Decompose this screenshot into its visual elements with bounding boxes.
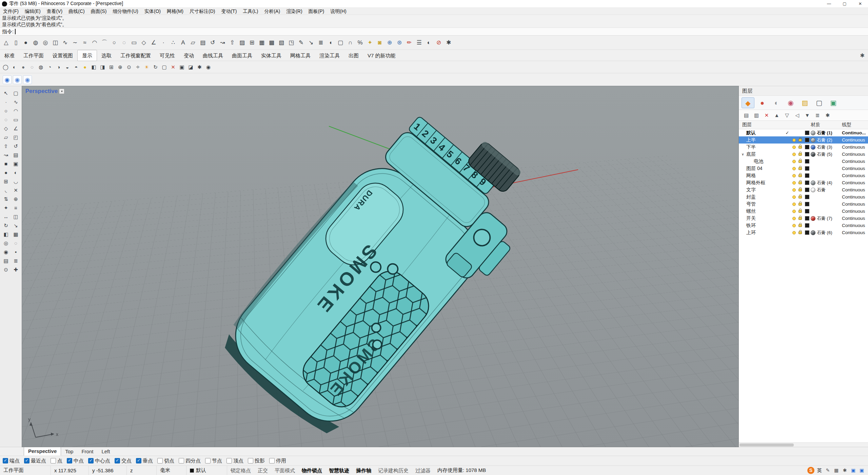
chamfer-tool-icon[interactable]: ◟	[1, 186, 11, 194]
layer-color-swatch[interactable]	[805, 209, 809, 213]
layer-linetype[interactable]: Continuous	[842, 172, 868, 179]
move-down-icon[interactable]: ▽	[782, 111, 792, 120]
layer-linetype[interactable]: Continuous	[842, 165, 868, 172]
toolbar-tab[interactable]: 实体工具	[257, 50, 286, 61]
toolbar-options-gear-icon[interactable]: ✱	[860, 52, 865, 59]
globe-icon[interactable]: ⊕	[385, 38, 394, 48]
osnap-magnet-icon[interactable]: ∩	[346, 38, 355, 48]
layer-material-icon[interactable]	[811, 138, 815, 142]
cplane-button[interactable]: 工作平面	[0, 466, 51, 475]
solid-tool-icon[interactable]: ■	[1, 159, 11, 168]
osnap-checkbox[interactable]	[205, 458, 211, 463]
osnap-item[interactable]: 切点	[157, 458, 174, 464]
osnap-item[interactable]: 端点	[3, 458, 20, 464]
layer-lock-icon[interactable]	[798, 182, 802, 184]
layer-lock-icon[interactable]	[798, 196, 802, 198]
rectangle-icon[interactable]: ▭	[129, 38, 139, 48]
tab-materials-icon[interactable]: ●	[756, 97, 769, 108]
osnap-item[interactable]: 中心点	[88, 458, 110, 464]
web-browser-icon[interactable]: ⊛	[395, 38, 404, 48]
monitor-icon[interactable]: ▣	[178, 63, 186, 72]
sogou-input-icon[interactable]: S	[807, 467, 814, 474]
menu-item[interactable]: 曲面(S)	[88, 8, 110, 15]
notes-icon[interactable]: ≣	[316, 38, 326, 48]
point-icon[interactable]: ∙	[159, 38, 168, 48]
viewport-tab[interactable]: Front	[77, 448, 97, 456]
backface-icon[interactable]: ◨	[98, 63, 107, 72]
layer-visibility-bulb-icon[interactable]	[792, 231, 796, 234]
menu-item[interactable]: 渲染(R)	[283, 8, 305, 15]
status-toggle[interactable]: 物件锁点	[298, 466, 326, 475]
status-toggle[interactable]: 正交	[254, 466, 271, 475]
layer-color-swatch[interactable]	[805, 166, 809, 171]
polygon-icon[interactable]: ◇	[139, 38, 149, 48]
layer-row[interactable]: 电池 Continuous	[739, 158, 868, 165]
layer-visibility-bulb-icon[interactable]	[792, 160, 796, 163]
layer-row[interactable]: 下半 石膏 (3) Continuous	[739, 144, 868, 151]
close-button[interactable]: ✕	[852, 0, 868, 7]
menu-item[interactable]: 尺寸标注(D)	[186, 8, 218, 15]
mesh-table-icon[interactable]: ▦	[257, 38, 267, 48]
layer-color-swatch[interactable]	[805, 159, 809, 164]
layer-current-check[interactable]	[784, 172, 791, 179]
cone-icon[interactable]: △	[1, 38, 11, 48]
layer-lock-icon[interactable]	[798, 203, 802, 206]
tab-display-icon[interactable]: ◐	[770, 97, 783, 108]
filter-icon[interactable]: ▼	[803, 111, 812, 120]
layer-name[interactable]: 网格	[746, 173, 756, 179]
ime-keyboard-icon[interactable]: ▦	[833, 467, 840, 474]
patch-icon[interactable]: ▨	[237, 38, 247, 48]
toolbar-tab[interactable]: 工作平面	[19, 50, 48, 61]
layer-lock-icon[interactable]	[798, 174, 802, 177]
surface-icon[interactable]: ▱	[188, 38, 198, 48]
layer-visibility-bulb-icon[interactable]	[792, 203, 796, 206]
viewport-title[interactable]: Perspective	[25, 88, 58, 95]
screen-capture-icon[interactable]: ▢	[160, 63, 169, 72]
toolbar-tab[interactable]: 设置视图	[48, 50, 77, 61]
layer-linetype[interactable]: Continuous	[842, 193, 868, 201]
toolbar-tab[interactable]: 渲染工具	[315, 50, 344, 61]
osnap-item[interactable]: 交点	[115, 458, 132, 464]
layer-row[interactable]: 上环 石膏 (6) Continuous	[739, 229, 868, 236]
layer-color-swatch[interactable]	[805, 138, 809, 142]
artistic-display-icon[interactable]: ◑	[54, 63, 63, 72]
toolbar-tab[interactable]: 网格工具	[286, 50, 315, 61]
layer-linetype[interactable]: Continuous	[842, 144, 868, 151]
rendered-display-icon[interactable]: ●	[19, 63, 27, 72]
layer-current-check[interactable]	[784, 208, 791, 215]
layer-row[interactable]: 开关 石膏 (7) Continuous	[739, 215, 868, 222]
layer-name[interactable]: 图层 04	[746, 166, 762, 172]
split-tool-icon[interactable]: ⇅	[1, 195, 11, 203]
red-pencil-icon[interactable]: ✏	[405, 38, 414, 48]
viewport-menu-arrow-icon[interactable]: ▾	[59, 89, 64, 94]
layer-lock-icon[interactable]	[798, 217, 802, 220]
layer-name[interactable]: 上环	[746, 230, 756, 236]
sphere-tool-icon[interactable]: ●	[1, 168, 11, 177]
layer-linetype[interactable]: Continuous	[842, 136, 868, 144]
layer-material-icon[interactable]	[811, 230, 815, 235]
analyze-icon[interactable]: %	[355, 38, 365, 48]
rectangle-tool-icon[interactable]: ▭	[11, 115, 21, 124]
layer-tools-icon[interactable]: ✱	[823, 111, 832, 120]
tab-libraries-icon[interactable]: ▨	[798, 97, 811, 108]
minimize-button[interactable]: —	[821, 0, 837, 7]
list-icon[interactable]: ☰	[414, 38, 424, 48]
layer-expand-icon[interactable]: ∨	[742, 152, 746, 156]
prohibit-icon[interactable]: ⊘	[434, 38, 443, 48]
pan-tool-icon[interactable]: ✚	[11, 265, 21, 274]
world-axes-icon[interactable]: ⊕	[116, 63, 124, 72]
render-preview-icon[interactable]: ▢	[336, 38, 345, 48]
menu-item[interactable]: 网格(M)	[164, 8, 186, 15]
text-object-icon[interactable]: A	[178, 38, 188, 48]
layer-linetype[interactable]: Continuo...	[842, 129, 868, 136]
circle-icon[interactable]: ○	[110, 38, 119, 48]
curve-icon[interactable]: ∿	[60, 38, 70, 48]
layer-linetype[interactable]: Continuous	[842, 179, 868, 186]
viewport-tab[interactable]: Perspective	[24, 447, 61, 456]
menu-item[interactable]: 文件(F)	[0, 8, 22, 15]
circle-tool-icon[interactable]: ○	[1, 107, 11, 115]
menu-item[interactable]: 分析(A)	[261, 8, 283, 15]
gumball-icon[interactable]: ◎	[1, 239, 11, 247]
lock-tool-icon[interactable]: ▪	[11, 248, 21, 256]
menu-item[interactable]: 工具(L)	[240, 8, 261, 15]
